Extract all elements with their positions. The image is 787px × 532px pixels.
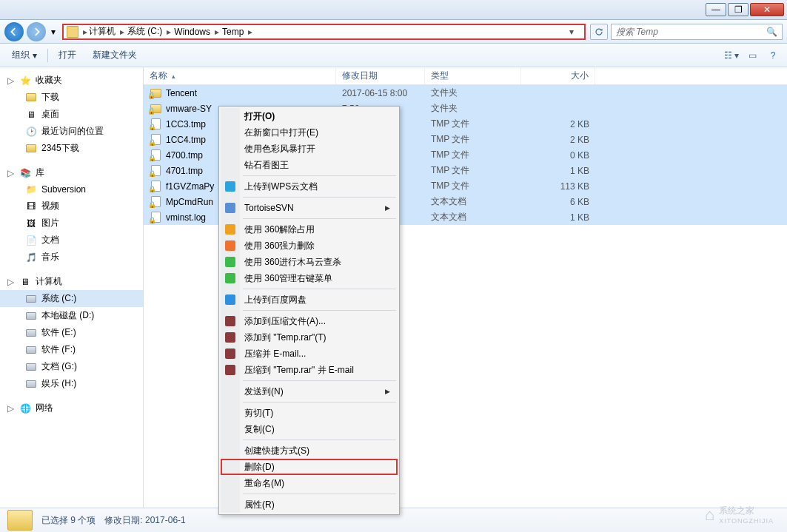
menu-item[interactable]: 添加到压缩文件(A)...	[221, 313, 398, 329]
menu-separator	[243, 218, 396, 219]
file-icon	[151, 181, 161, 192]
breadcrumb-temp[interactable]: Temp▸	[221, 27, 254, 37]
menu-item[interactable]: 压缩到 "Temp.rar" 并 E-mail	[221, 362, 398, 378]
svn-icon	[224, 202, 236, 214]
file-type: 文本文档	[425, 211, 521, 223]
file-type: TMP 文件	[425, 164, 521, 177]
search-box[interactable]: 🔍	[611, 24, 783, 40]
preview-pane-button[interactable]: ▭	[744, 48, 760, 63]
menu-item-label: 打开(O)	[244, 110, 275, 123]
breadcrumb-windows[interactable]: Windows▸	[173, 27, 221, 37]
menu-item-label: 剪切(T)	[244, 407, 273, 420]
menu-item[interactable]: 压缩并 E-mail...	[221, 346, 398, 362]
sidebar-item-subversion[interactable]: 📁Subversion	[0, 181, 143, 198]
sidebar-item-downloads[interactable]: 下载	[0, 89, 143, 106]
menu-item[interactable]: 钻石看图王	[221, 157, 398, 173]
sidebar-item-e-drive[interactable]: 软件 (E:)	[0, 324, 143, 341]
file-name: Tencent	[166, 88, 197, 98]
menu-item-label: 添加到压缩文件(A)...	[244, 315, 326, 328]
sidebar-item-desktop[interactable]: 🖥桌面	[0, 106, 143, 123]
computer-header[interactable]: ▷🖥计算机	[0, 273, 143, 290]
breadcrumb-c-drive[interactable]: 系统 (C:)▸	[126, 25, 173, 38]
menu-item[interactable]: 打开(O)	[221, 108, 398, 124]
file-type: 文件夹	[425, 87, 521, 99]
menu-item[interactable]: 剪切(T)	[221, 405, 398, 421]
menu-item-label: 使用 360管理右键菜单	[244, 272, 332, 285]
menu-separator	[243, 380, 396, 381]
sidebar-item-f-drive[interactable]: 软件 (F:)	[0, 341, 143, 358]
rar-icon	[224, 315, 236, 327]
menu-item[interactable]: TortoiseSVN▶	[221, 200, 398, 216]
forward-button[interactable]	[27, 22, 46, 41]
menu-item[interactable]: 复制(C)	[221, 421, 398, 437]
file-icon	[151, 149, 161, 161]
open-button[interactable]: 打开	[53, 46, 82, 64]
favorites-header[interactable]: ▷⭐收藏夹	[0, 72, 143, 89]
minimize-button[interactable]: —	[706, 3, 726, 16]
menu-item[interactable]: 使用 360强力删除	[221, 238, 398, 254]
menu-item[interactable]: 发送到(N)▶	[221, 383, 398, 400]
menu-item[interactable]: 属性(R)	[221, 496, 398, 513]
menu-item[interactable]: 使用 360管理右键菜单	[221, 270, 398, 286]
sidebar-item-recent[interactable]: 🕑最近访问的位置	[0, 123, 143, 140]
menu-item[interactable]: 上传到WPS云文档	[221, 178, 398, 195]
new-folder-button[interactable]: 新建文件夹	[87, 46, 143, 64]
sidebar-item-h-drive[interactable]: 娱乐 (H:)	[0, 375, 143, 392]
libraries-header[interactable]: ▷📚库	[0, 164, 143, 181]
view-options-button[interactable]: ☷ ▾	[723, 48, 740, 63]
file-date: 2017-06-15 8:00	[336, 88, 425, 98]
file-type: 文件夹	[425, 102, 521, 115]
sidebar-item-pictures[interactable]: 🖼图片	[0, 215, 143, 232]
menu-item-label: 在新窗口中打开(E)	[244, 127, 318, 139]
sidebar-item-videos[interactable]: 🎞视频	[0, 198, 143, 215]
navigation-bar: ▾ ▸ 计算机▸ 系统 (C:)▸ Windows▸ Temp▸ ▾ 🔍	[0, 20, 787, 44]
address-bar[interactable]: ▸ 计算机▸ 系统 (C:)▸ Windows▸ Temp▸ ▾	[62, 24, 586, 40]
file-name: f1GVZmaPy	[166, 181, 214, 192]
sidebar-item-d-drive[interactable]: 本地磁盘 (D:)	[0, 307, 143, 324]
column-type[interactable]: 类型	[425, 67, 521, 84]
sidebar-item-c-drive[interactable]: 系统 (C:)	[0, 290, 143, 307]
close-button[interactable]: ✕	[750, 3, 784, 16]
menu-item[interactable]: 使用 360解除占用	[221, 221, 398, 238]
sidebar-item-2345[interactable]: 2345下载	[0, 140, 143, 157]
network-header[interactable]: ▷🌐网络	[0, 400, 143, 417]
history-dropdown[interactable]: ▾	[49, 26, 58, 38]
menu-item[interactable]: 使用 360进行木马云查杀	[221, 254, 398, 270]
folder-large-icon	[7, 510, 33, 531]
menu-item[interactable]: 添加到 "Temp.rar"(T)	[221, 329, 398, 346]
column-name[interactable]: 名称▴	[144, 67, 336, 84]
menu-item[interactable]: 在新窗口中打开(E)	[221, 124, 398, 141]
sidebar-item-documents[interactable]: 📄文档	[0, 232, 143, 249]
file-name: 4701.tmp	[166, 166, 203, 176]
menu-item[interactable]: 重命名(M)	[221, 475, 398, 491]
sidebar-item-g-drive[interactable]: 文档 (G:)	[0, 358, 143, 375]
file-type: TMP 文件	[425, 118, 521, 130]
menu-separator	[243, 440, 396, 440]
search-input[interactable]	[616, 27, 766, 37]
column-date[interactable]: 修改日期	[336, 67, 425, 84]
file-type: TMP 文件	[425, 133, 521, 146]
sidebar-item-music[interactable]: 🎵音乐	[0, 249, 143, 266]
address-dropdown[interactable]: ▾	[562, 27, 581, 37]
status-moddate: 修改日期: 2017-06-1	[104, 514, 185, 527]
360d-icon	[224, 272, 236, 284]
organize-button[interactable]: 组织 ▾	[6, 46, 43, 64]
sort-indicator-icon: ▴	[172, 73, 175, 80]
maximize-button[interactable]: ❐	[728, 3, 749, 16]
table-row[interactable]: Tencent2017-06-15 8:00文件夹	[144, 85, 787, 101]
search-icon[interactable]: 🔍	[766, 27, 777, 37]
refresh-button[interactable]	[590, 24, 608, 40]
menu-item[interactable]: 删除(D)	[221, 459, 398, 475]
menu-item[interactable]: 使用色彩风暴打开	[221, 141, 398, 157]
help-button[interactable]: ?	[765, 48, 781, 63]
rar-icon	[224, 331, 236, 343]
column-size[interactable]: 大小	[521, 67, 595, 84]
menu-item[interactable]: 创建快捷方式(S)	[221, 442, 398, 459]
back-button[interactable]	[4, 22, 24, 41]
menu-item[interactable]: 上传到百度网盘	[221, 292, 398, 308]
file-size: 1 KB	[521, 166, 595, 176]
file-size: 0 KB	[521, 150, 595, 161]
file-icon	[151, 118, 161, 129]
menu-item-label: 压缩并 E-mail...	[244, 348, 306, 360]
breadcrumb-computer[interactable]: 计算机▸	[87, 25, 126, 38]
